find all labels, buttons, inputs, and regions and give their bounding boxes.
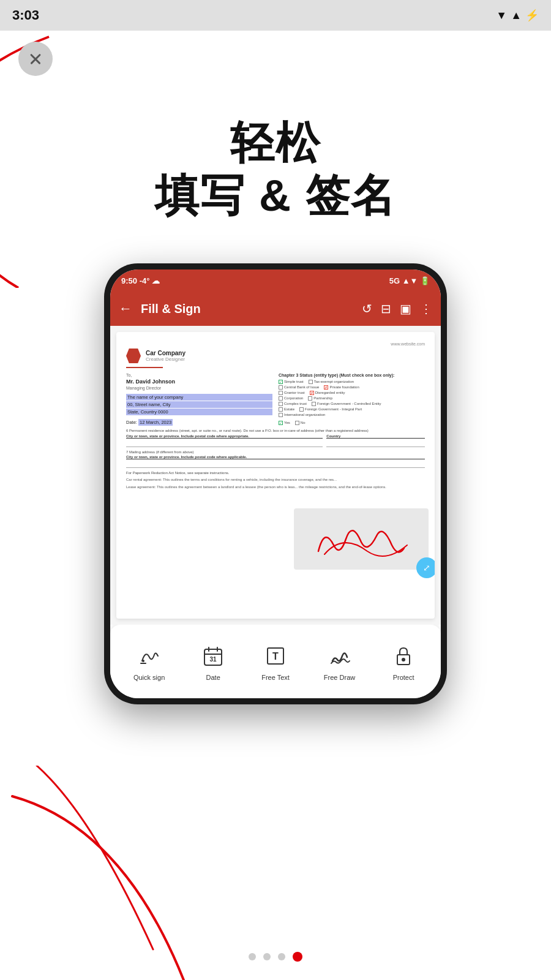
free-draw-svg — [328, 644, 352, 668]
doc-highlight-2: 00, Street name, City — [126, 401, 272, 408]
status-time: 3:03 — [12, 7, 39, 23]
dot-1[interactable] — [249, 953, 256, 960]
cb-international — [279, 413, 283, 417]
phone-outer: 9:50 -4° ☁ 5G ▲▼ 🔋 ← Fill & Sign ↺ ⊟ ▣ ⋮ — [104, 263, 447, 704]
more-icon[interactable]: ⋮ — [420, 301, 432, 316]
document-page: www.website.com Car Company Creative Des… — [116, 332, 435, 619]
checkbox-row-3: Grantor trust ✗ Disregarded entity — [279, 391, 425, 395]
checkbox-row-4: Corporation Partnership — [279, 396, 425, 401]
doc-mailing-row: City or town, state or province. Include… — [126, 455, 425, 469]
free-draw-button[interactable]: Free Draw — [324, 642, 355, 681]
phone-status-bar: 9:50 -4° ☁ 5G ▲▼ 🔋 — [110, 270, 441, 292]
cb-simple-trust: ✓ — [279, 380, 283, 384]
dot-4-active[interactable] — [293, 952, 302, 962]
chapter-title: Chapter 3 Status (entity type) (Must che… — [279, 373, 425, 377]
checkbox-corporation: Corporation — [279, 396, 303, 401]
doc-right-col: Chapter 3 Status (entity type) (Must che… — [279, 373, 425, 425]
free-text-svg: T — [263, 644, 288, 668]
doc-address-row: City or town, state or province. Include… — [126, 434, 425, 448]
cb-foreign-gov-int — [299, 407, 304, 412]
date-svg: 31 — [201, 644, 225, 668]
print-icon[interactable]: ▣ — [400, 301, 411, 316]
protect-button[interactable]: Protect — [389, 642, 418, 681]
yes-option: ✓ Yes — [279, 421, 290, 425]
checkbox-tax-exempt: Tax-exempt organization — [309, 380, 354, 384]
cb-foreign-gov-ctrl — [312, 402, 316, 406]
free-text-button[interactable]: T Free Text — [261, 642, 290, 681]
date-icon: 31 — [199, 642, 227, 670]
doc-website: www.website.com — [126, 342, 425, 346]
dot-3[interactable] — [278, 953, 285, 960]
save-icon[interactable]: ⊟ — [381, 301, 391, 316]
close-button[interactable] — [18, 42, 53, 76]
doc-mailing-city: City or town, state or province. Include… — [126, 455, 425, 469]
doc-paperwork-note: For Paperwork Reduction Act Notice, see … — [126, 471, 425, 475]
doc-divider — [126, 367, 163, 368]
doc-date: Date: 12 March, 2023 — [126, 420, 272, 425]
cb-complex-trust — [279, 402, 283, 406]
quick-sign-button[interactable]: Quick sign — [133, 642, 165, 681]
app-title: Fill & Sign — [141, 302, 353, 316]
bottom-toolbar: Quick sign 31 Date — [110, 625, 441, 698]
checkbox-row-5: Complex trust Foreign Government - Contr… — [279, 402, 425, 406]
quick-sign-icon — [135, 642, 163, 670]
back-icon[interactable]: ← — [119, 301, 132, 317]
checkbox-estate: Estate — [279, 407, 294, 412]
dot-2[interactable] — [263, 953, 271, 960]
signal-icon: ▲ — [511, 9, 522, 22]
protect-icon — [389, 642, 418, 670]
svg-point-9 — [402, 658, 405, 662]
svg-text:T: T — [272, 651, 279, 662]
signature-overlay: ⤢ — [294, 508, 429, 570]
checkbox-simple-trust: ✓ Simple trust — [279, 380, 304, 384]
status-icons: ▼ ▲ ⚡ — [496, 9, 539, 22]
free-text-label: Free Text — [261, 674, 290, 681]
doc-date-value: 12 March, 2023 — [138, 419, 173, 426]
checkbox-foreign-gov-int: Foreign Government - Integral Part — [299, 407, 362, 412]
phone-mockup: 9:50 -4° ☁ 5G ▲▼ 🔋 ← Fill & Sign ↺ ⊟ ▣ ⋮ — [104, 263, 447, 704]
document-content: www.website.com Car Company Creative Des… — [110, 326, 441, 625]
checkbox-partnership: Partnership — [308, 396, 332, 401]
checkbox-international: International organization — [279, 413, 325, 417]
battery-icon: ⚡ — [525, 9, 539, 22]
free-draw-icon — [326, 642, 354, 670]
free-draw-label: Free Draw — [324, 674, 355, 681]
expand-button[interactable]: ⤢ — [416, 557, 435, 578]
doc-header-row: Car Company Creative Designer — [126, 349, 425, 363]
checkbox-complex-trust: Complex trust — [279, 402, 307, 406]
cb-disregarded: ✗ — [310, 391, 314, 395]
protect-label: Protect — [393, 674, 414, 681]
checkbox-grantor-trust: Grantor trust — [279, 391, 305, 395]
date-button[interactable]: 31 Date — [199, 642, 227, 681]
wifi-icon: ▼ — [496, 9, 507, 22]
doc-recipient-name: Mr. David Johnson — [126, 379, 272, 385]
phone-status-right: 5G ▲▼ 🔋 — [389, 276, 430, 285]
checkbox-row-7: International organization — [279, 413, 425, 417]
checkbox-central-bank: Central Bank of Issue — [279, 385, 319, 390]
app-header: ← Fill & Sign ↺ ⊟ ▣ ⋮ — [110, 292, 441, 326]
header-icons: ↺ ⊟ ▣ ⋮ — [362, 301, 432, 316]
yes-no-row: ✓ Yes No — [279, 421, 425, 425]
doc-left-col: To, Mr. David Johnson Managing Director … — [126, 373, 272, 425]
checkbox-foreign-gov-ctrl: Foreign Government - Controlled Entity — [312, 402, 381, 406]
checkbox-row-1: ✓ Simple trust Tax-exempt organization — [279, 380, 425, 384]
deco-lines-bottom-left — [0, 766, 245, 980]
doc-company-info: Car Company Creative Designer — [146, 350, 186, 362]
doc-company-name: Car Company — [146, 350, 186, 356]
status-bar: 3:03 ▼ ▲ ⚡ — [0, 0, 551, 31]
undo-icon[interactable]: ↺ — [362, 301, 372, 316]
doc-highlight-3: State, Country 0000 — [126, 409, 272, 415]
no-option: No — [295, 421, 305, 425]
quick-sign-label: Quick sign — [133, 674, 165, 681]
cb-central-bank — [279, 385, 283, 390]
doc-address-note: 6 Permanent residence address (street, a… — [126, 429, 425, 432]
checkbox-disregarded: ✗ Disregarded entity — [310, 391, 345, 395]
phone-screen: 9:50 -4° ☁ 5G ▲▼ 🔋 ← Fill & Sign ↺ ⊟ ▣ ⋮ — [110, 270, 441, 698]
quick-sign-svg — [137, 644, 162, 668]
checkbox-row-6: Estate Foreign Government - Integral Par… — [279, 407, 425, 412]
doc-logo — [126, 349, 141, 363]
main-title-block: 轻松 填写 & 签名 — [0, 116, 551, 222]
title-line2: 填写 & 签名 — [0, 169, 551, 222]
checkbox-private-foundation: ✗ Private foundation — [324, 385, 359, 390]
cb-tax-exempt — [309, 380, 313, 384]
